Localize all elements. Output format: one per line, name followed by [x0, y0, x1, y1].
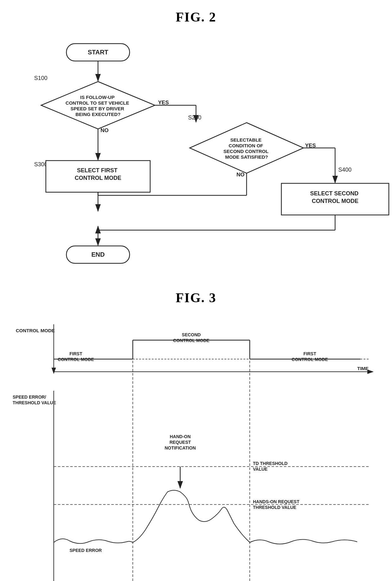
svg-text:HAND-ON: HAND-ON [170, 434, 191, 439]
svg-text:CONTROL MODE: CONTROL MODE [58, 357, 94, 362]
svg-text:NOTIFICATION: NOTIFICATION [165, 445, 196, 450]
svg-text:FIRST: FIRST [303, 351, 316, 356]
svg-text:NO: NO [101, 127, 109, 133]
fig3-svg: CONTROL MODE TIME FIRST CONTROL MODE [13, 315, 379, 581]
svg-text:SPEED ERROR/: SPEED ERROR/ [13, 394, 46, 400]
svg-text:CONTROL MODE: CONTROL MODE [16, 328, 55, 333]
svg-text:VALUE: VALUE [253, 467, 267, 472]
fig2-section: FIG. 2 START S100 IS FOLLOW-UP CONTROL T… [0, 0, 392, 287]
svg-text:S300: S300 [34, 161, 47, 168]
svg-text:END: END [91, 251, 105, 258]
svg-text:START: START [88, 49, 108, 56]
svg-text:REQUEST: REQUEST [169, 440, 191, 445]
svg-text:THRESHOLD VALUE: THRESHOLD VALUE [13, 400, 56, 405]
svg-text:S200: S200 [188, 114, 201, 121]
svg-text:HANDS-ON REQUEST: HANDS-ON REQUEST [253, 499, 299, 504]
svg-text:FIRST: FIRST [70, 351, 83, 356]
chart-container: CONTROL MODE TIME FIRST CONTROL MODE [0, 315, 392, 581]
fig3-section: FIG. 3 CONTROL MODE TIME [0, 287, 392, 581]
fig3-title: FIG. 3 [0, 290, 392, 305]
svg-text:SECOND: SECOND [182, 332, 201, 337]
fig2-title: FIG. 2 [0, 9, 392, 25]
svg-text:THRESHOLD VALUE: THRESHOLD VALUE [253, 505, 296, 510]
svg-text:S400: S400 [338, 167, 352, 173]
flowchart-svg: START S100 IS FOLLOW-UP CONTROL TO SET V… [0, 34, 392, 281]
svg-text:SPEED ERROR: SPEED ERROR [70, 548, 102, 553]
svg-text:TIME: TIME [357, 366, 369, 371]
svg-text:NO: NO [236, 172, 245, 178]
svg-text:CONTROL MODE: CONTROL MODE [173, 338, 210, 343]
svg-text:S100: S100 [34, 75, 47, 81]
svg-text:SELECTABLE
        CONDITION O: SELECTABLE CONDITION OF SECOND CONTROL M… [224, 137, 270, 160]
svg-text:TD THRESHOLD: TD THRESHOLD [253, 461, 288, 466]
svg-text:YES: YES [158, 100, 169, 106]
flowchart-container: START S100 IS FOLLOW-UP CONTROL TO SET V… [0, 34, 392, 281]
svg-text:CONTROL MODE: CONTROL MODE [292, 357, 328, 362]
